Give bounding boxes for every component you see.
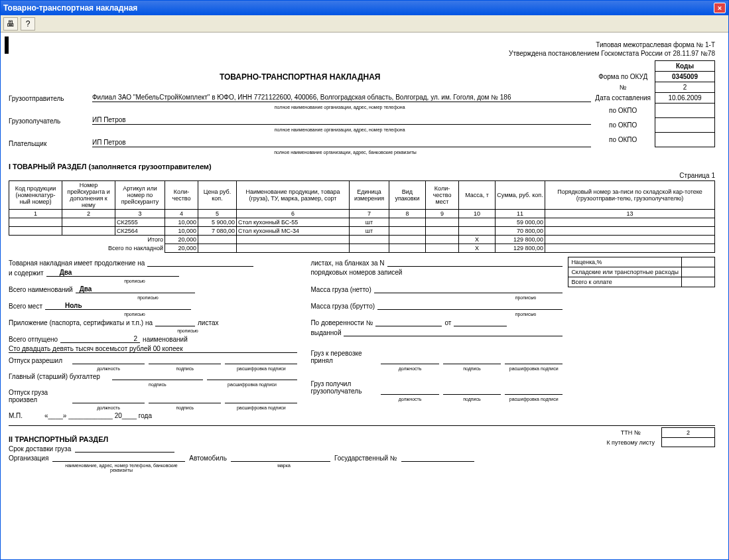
receiver-value: ИП Петров (92, 116, 591, 125)
section1-title: I ТОВАРНЫЙ РАЗДЕЛ (заполняется грузоотпр… (9, 163, 715, 171)
goods-table: Код продукции (номенклатур-ный номер) Но… (9, 180, 715, 253)
payer-row: Плательщик ИП Петров (9, 139, 591, 147)
table-row: СК2555 10,000 5 900,00 Стол кухонный БС-… (9, 218, 715, 227)
receiver-row: Грузополучатель ИП Петров (9, 116, 591, 125)
codes-box: Коды Форма по ОКУД0345009 №2 Дата состав… (591, 60, 715, 147)
table-row: СК2564 10,000 7 080,00 Стол кухонный МС-… (9, 227, 715, 236)
footer-block: Наценка,% Складские или транспортные рас… (9, 257, 715, 472)
form-header: Типовая межотраслевая форма № 1-Т Утверж… (9, 40, 715, 58)
help-button[interactable]: ? (21, 17, 35, 31)
close-button[interactable]: × (714, 3, 726, 13)
toolbar: 🖶 ? (1, 15, 728, 33)
sender-row: Грузоотправитель Филиал ЗАО "МебельСтрой… (9, 94, 591, 102)
page-number: Страница 1 (9, 172, 715, 179)
ttn-box: ТТН №2 К путевому листу (600, 427, 715, 447)
window-title: Товарно-транспортная накладная (3, 3, 137, 13)
total-row: Всего по накладной 20,000 Х 129 800,00 (9, 244, 715, 253)
side-charges-table: Наценка,% Складские или транспортные рас… (568, 257, 715, 287)
document-area[interactable]: Типовая межотраслевая форма № 1-Т Утверж… (5, 36, 724, 555)
sender-value: Филиал ЗАО "МебельСтройКомплект" в ЮФО, … (92, 94, 591, 102)
margin-marker (5, 36, 9, 54)
titlebar: Товарно-транспортная накладная × (1, 1, 728, 15)
itogo-row: Итого 20,000 Х 129 800,00 (9, 236, 715, 244)
print-button[interactable]: 🖶 (3, 17, 18, 31)
payer-value: ИП Петров (92, 139, 591, 147)
